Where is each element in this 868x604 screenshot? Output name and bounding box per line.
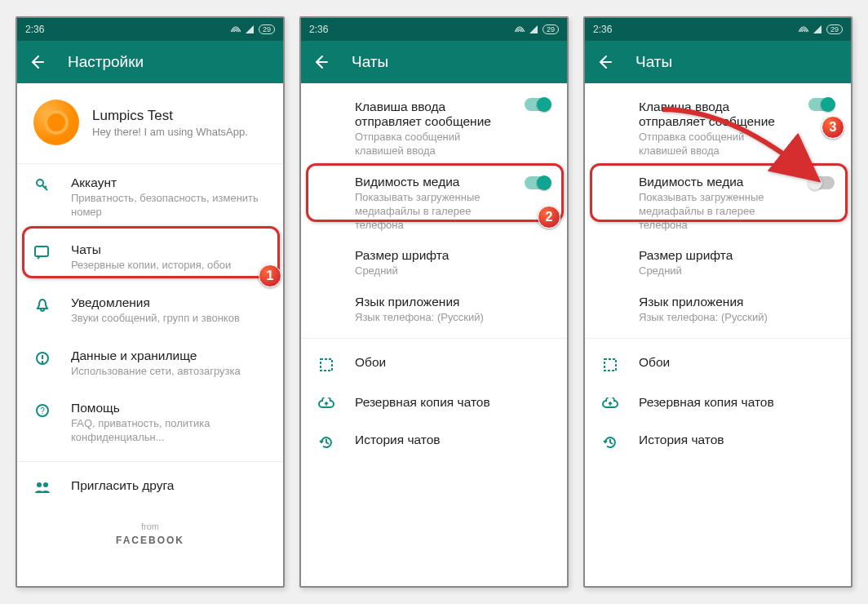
row-media-visibility[interactable]: Видимость медиа Показывать загруженные м…: [585, 167, 851, 241]
wallpaper-icon: [601, 358, 619, 372]
chats-content: Клавиша ввода отправляет сообщение Отпра…: [585, 83, 851, 586]
app-bar: Настройки: [17, 41, 283, 83]
row-history[interactable]: История чатов: [301, 421, 567, 461]
row-title: Язык приложения: [355, 295, 484, 309]
history-icon: [317, 435, 335, 450]
row-title: Размер шрифта: [355, 248, 449, 263]
svg-rect-11: [604, 359, 616, 371]
settings-data[interactable]: Данные и хранилище Использование сети, а…: [17, 337, 283, 390]
svg-point-6: [37, 482, 42, 487]
row-app-language[interactable]: Язык приложения Язык телефона: (Русский): [301, 286, 567, 333]
row-font-size[interactable]: Размер шрифта Средний: [301, 240, 567, 286]
row-title: Клавиша ввода отправляет сообщение: [355, 100, 512, 129]
facebook-label: FACEBOOK: [17, 535, 283, 546]
row-sub: Язык телефона: (Русский): [355, 311, 484, 325]
app-bar: Чаты: [585, 41, 851, 83]
divider: [301, 338, 567, 339]
signal-icon: [515, 25, 525, 33]
row-backup[interactable]: Резервная копия чатов: [585, 384, 851, 421]
row-media-visibility[interactable]: Видимость медиа Показывать загруженные м…: [301, 167, 567, 241]
row-title: Язык приложения: [639, 295, 768, 309]
row-sub: FAQ, приватность, политика конфиденциаль…: [71, 417, 267, 445]
profile-row[interactable]: Lumpics Test Hey there! I am using Whats…: [17, 83, 283, 164]
svg-rect-9: [321, 359, 332, 371]
row-sub: Показывать загруженные медиафайлы в гале…: [355, 191, 512, 233]
wifi-icon: [246, 25, 254, 33]
row-backup[interactable]: Резервная копия чатов: [301, 384, 567, 421]
battery-icon: 29: [542, 24, 559, 34]
battery-icon: 29: [259, 24, 275, 34]
row-enter-send[interactable]: Клавиша ввода отправляет сообщение Отпра…: [585, 83, 851, 167]
row-title: Видимость медиа: [355, 175, 512, 189]
row-title: Аккаунт: [71, 175, 267, 190]
wifi-icon: [813, 25, 822, 33]
row-title: Обои: [639, 355, 670, 370]
row-title: Обои: [355, 355, 386, 370]
row-title: Размер шрифта: [639, 248, 733, 263]
svg-marker-8: [529, 25, 538, 33]
svg-marker-0: [246, 25, 254, 33]
row-title: Видимость медиа: [639, 175, 795, 189]
back-icon[interactable]: [312, 54, 329, 70]
row-app-language[interactable]: Язык приложения Язык телефона: (Русский): [585, 286, 851, 333]
wallpaper-icon: [317, 358, 335, 372]
signal-icon: [231, 25, 241, 33]
row-font-size[interactable]: Размер шрифта Средний: [585, 240, 851, 286]
toggle-media-visibility[interactable]: [808, 176, 835, 189]
people-icon: [33, 481, 51, 494]
row-title: Чаты: [71, 242, 231, 257]
phone-chats-on: 2:36 29 Чаты Клавиша ввода отправляет со…: [299, 16, 569, 588]
divider: [17, 461, 283, 462]
toggle-media-visibility[interactable]: [525, 176, 551, 189]
settings-invite[interactable]: Пригласить друга: [17, 467, 283, 505]
back-icon[interactable]: [29, 54, 45, 70]
row-sub: Средний: [639, 264, 733, 278]
svg-marker-10: [813, 25, 822, 33]
row-history[interactable]: История чатов: [585, 421, 851, 461]
settings-notifications[interactable]: Уведомления Звуки сообщений, групп и зво…: [17, 284, 283, 337]
row-sub: Средний: [355, 264, 449, 278]
row-title: Резервная копия чатов: [355, 395, 490, 410]
status-bar: 2:36 29: [585, 18, 851, 41]
appbar-title: Чаты: [636, 53, 672, 71]
appbar-title: Настройки: [68, 53, 144, 71]
settings-account[interactable]: Аккаунт Приватность, безопасность, измен…: [17, 164, 283, 231]
wifi-icon: [529, 25, 538, 33]
bell-icon: [33, 298, 51, 313]
phone-settings: 2:36 29 Настройки Lumpics Test Hey there…: [16, 16, 285, 588]
toggle-enter-send[interactable]: [808, 98, 835, 111]
settings-help[interactable]: ? Помощь FAQ, приватность, политика конф…: [17, 389, 283, 456]
row-sub: Резервные копии, история, обои: [71, 259, 231, 273]
row-sub: Использование сети, автозагрузка: [71, 365, 241, 379]
settings-content: Lumpics Test Hey there! I am using Whats…: [17, 83, 283, 586]
data-icon: [33, 351, 51, 366]
toggle-enter-send[interactable]: [525, 98, 551, 111]
status-right: 29: [515, 24, 559, 34]
svg-rect-2: [35, 246, 48, 256]
status-bar: 2:36 29: [17, 18, 283, 41]
row-title: Помощь: [71, 401, 267, 415]
from-label: from: [17, 522, 283, 531]
row-sub: Показывать загруженные медиафайлы в гале…: [639, 191, 795, 233]
status-time: 2:36: [25, 24, 44, 35]
status-time: 2:36: [593, 24, 612, 35]
row-wallpaper[interactable]: Обои: [301, 344, 567, 384]
help-icon: ?: [33, 403, 51, 418]
status-bar: 2:36 29: [301, 18, 567, 41]
status-right: 29: [231, 24, 275, 34]
phone-chats-off: 2:36 29 Чаты Клавиша ввода отправляет со…: [583, 16, 852, 588]
svg-point-1: [37, 180, 43, 186]
key-icon: [33, 178, 51, 193]
back-icon[interactable]: [596, 54, 613, 70]
row-sub: Язык телефона: (Русский): [639, 311, 768, 325]
row-title: Резервная копия чатов: [639, 395, 774, 410]
row-enter-send[interactable]: Клавиша ввода отправляет сообщение Отпра…: [301, 83, 567, 167]
chats-content: Клавиша ввода отправляет сообщение Отпра…: [301, 83, 567, 586]
cloud-icon: [317, 397, 335, 409]
row-title: Пригласить друга: [71, 478, 174, 493]
row-wallpaper[interactable]: Обои: [585, 344, 851, 384]
profile-name: Lumpics Test: [92, 108, 248, 124]
signal-icon: [799, 25, 808, 33]
settings-chats[interactable]: Чаты Резервные копии, история, обои: [17, 231, 283, 284]
row-title: Данные и хранилище: [71, 349, 241, 363]
